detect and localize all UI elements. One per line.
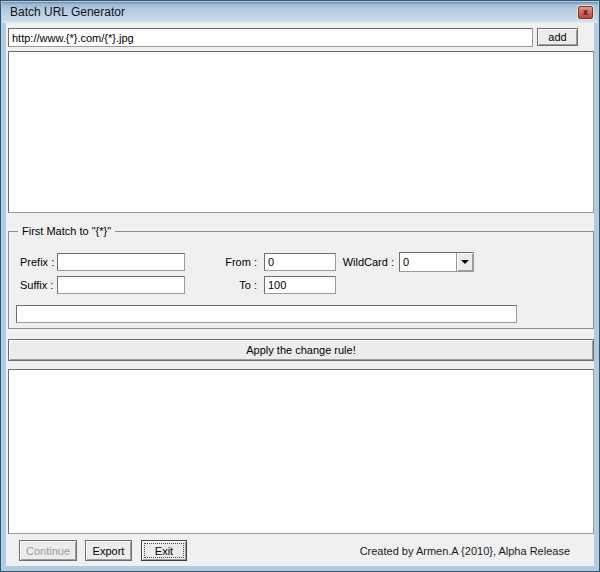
url-list[interactable]: [8, 51, 594, 213]
export-button[interactable]: Export: [85, 540, 132, 561]
titlebar: Batch URL Generator x: [2, 2, 598, 23]
from-input[interactable]: [264, 253, 336, 271]
close-icon: x: [583, 7, 588, 17]
exit-button[interactable]: Exit: [141, 540, 187, 561]
prefix-label: Prefix :: [20, 253, 54, 271]
to-label: To :: [179, 276, 257, 294]
close-button[interactable]: x: [578, 6, 593, 19]
exit-button-label: Exit: [155, 545, 173, 557]
to-input[interactable]: [264, 276, 336, 294]
wildcard-dropdown-button[interactable]: [456, 253, 473, 271]
wildcard-dropdown[interactable]: 0: [399, 252, 474, 272]
window-title: Batch URL Generator: [10, 2, 125, 23]
apply-rule-button[interactable]: Apply the change rule!: [8, 339, 594, 361]
wildcard-label: WildCard :: [334, 253, 394, 271]
app-window: Batch URL Generator x add First Match to…: [0, 0, 600, 572]
rule-preview-input[interactable]: [16, 305, 517, 323]
url-pattern-input[interactable]: [8, 28, 533, 47]
chevron-down-icon: [461, 260, 469, 264]
result-list[interactable]: [8, 369, 594, 534]
suffix-input[interactable]: [57, 276, 185, 294]
export-button-label: Export: [93, 545, 125, 557]
credit-text: Created by Armen.A {2010}, Alpha Release: [360, 543, 570, 559]
add-button[interactable]: add: [537, 28, 578, 46]
add-button-label: add: [548, 31, 566, 43]
groupbox-legend: First Match to "{*}": [18, 224, 115, 238]
continue-button[interactable]: Continue: [19, 540, 77, 561]
continue-button-label: Continue: [26, 545, 70, 557]
window-content: add First Match to "{*}" Prefix : Suffix…: [6, 23, 594, 566]
first-match-groupbox: First Match to "{*}" Prefix : Suffix : F…: [8, 231, 594, 329]
suffix-label: Suffix :: [20, 276, 53, 294]
prefix-input[interactable]: [57, 253, 185, 271]
from-label: From :: [179, 253, 257, 271]
apply-rule-button-label: Apply the change rule!: [246, 344, 355, 356]
wildcard-dropdown-value: 0: [403, 253, 409, 271]
